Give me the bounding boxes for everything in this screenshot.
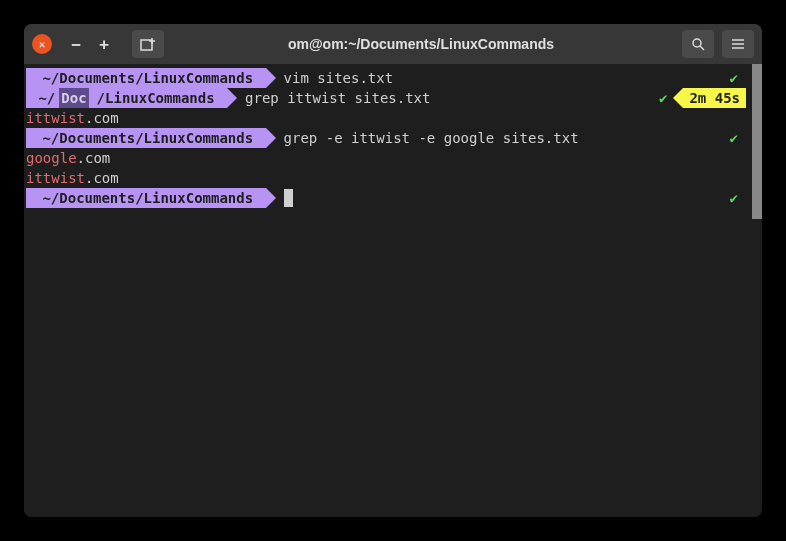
maximize-button[interactable]: +	[92, 32, 116, 56]
grep-match: ittwist	[26, 168, 85, 188]
svg-point-3	[693, 39, 701, 47]
prompt-line: ~/Documents/LinuxCommands grep -e ittwis…	[26, 128, 760, 148]
close-button[interactable]: ✕	[32, 34, 52, 54]
prompt-line: ~/Doc/LinuxCommands grep ittwist sites.t…	[26, 88, 760, 108]
command-text: grep -e ittwist -e google sites.txt	[266, 128, 579, 148]
duration-badge: 2m 45s	[683, 88, 746, 108]
prompt-path: ~/Documents/LinuxCommands	[26, 68, 266, 88]
search-icon	[691, 37, 705, 51]
check-icon: ✔	[730, 68, 746, 88]
output-text: .com	[85, 168, 119, 188]
prompt-path: ~/Documents/LinuxCommands	[26, 128, 266, 148]
minimize-button[interactable]: −	[64, 32, 88, 56]
prompt-path: ~/	[26, 88, 59, 108]
check-icon: ✔	[730, 128, 746, 148]
prompt-path: /LinuxCommands	[89, 88, 227, 108]
search-button[interactable]	[682, 30, 714, 58]
new-tab-button[interactable]	[132, 30, 164, 58]
command-text: vim sites.txt	[266, 68, 394, 88]
hamburger-icon	[731, 38, 745, 50]
cursor	[284, 189, 293, 207]
scrollbar[interactable]	[752, 64, 762, 219]
output-line: google.com	[26, 148, 760, 168]
check-icon: ✔	[730, 188, 746, 208]
grep-match: google	[26, 148, 77, 168]
output-line: ittwist.com	[26, 168, 760, 188]
prompt-line: ~/Documents/LinuxCommands vim sites.txt …	[26, 68, 760, 88]
terminal-window: ✕ − + om@om:~/Documents/LinuxCommands ~/…	[24, 24, 762, 517]
prompt-path-abbrev: Doc	[59, 88, 88, 108]
terminal-body[interactable]: ~/Documents/LinuxCommands vim sites.txt …	[24, 64, 762, 517]
grep-match: ittwist	[26, 108, 85, 128]
window-title: om@om:~/Documents/LinuxCommands	[168, 36, 674, 52]
menu-button[interactable]	[722, 30, 754, 58]
prompt-path: ~/Documents/LinuxCommands	[26, 188, 266, 208]
output-text: .com	[85, 108, 119, 128]
output-text: .com	[77, 148, 111, 168]
prompt-line: ~/Documents/LinuxCommands ✔	[26, 188, 760, 208]
svg-line-4	[700, 46, 704, 50]
output-line: ittwist.com	[26, 108, 760, 128]
command-text: grep ittwist sites.txt	[227, 88, 430, 108]
titlebar: ✕ − + om@om:~/Documents/LinuxCommands	[24, 24, 762, 64]
